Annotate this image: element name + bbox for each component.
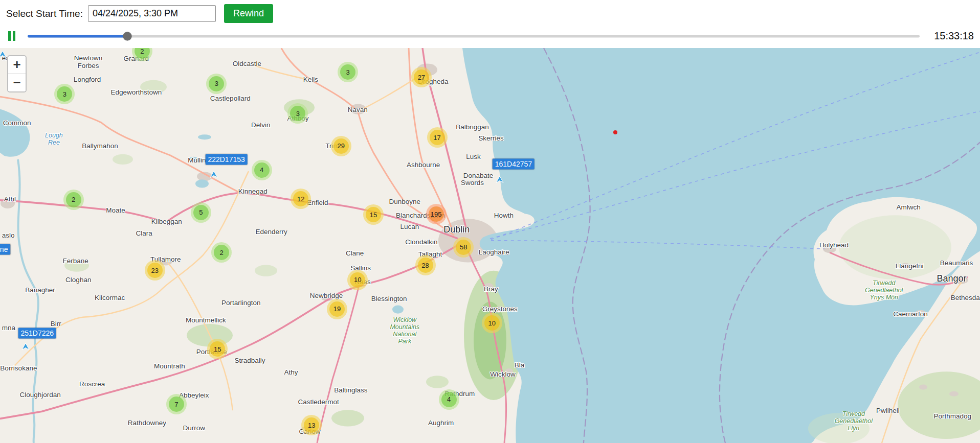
aircraft-icon[interactable] [0,51,7,58]
place-label: Common [3,119,31,127]
place-label: Newtown Forbes [74,54,103,69]
place-label: Swords [461,179,484,186]
place-label: Tirwedd Genedlaethol Llŷn [835,410,873,432]
place-label: Durrow [183,425,206,432]
slider-thumb[interactable] [123,32,132,40]
place-label: Ballymahon [82,142,118,150]
cluster-marker-7[interactable]: 7 [166,394,187,414]
place-label: Navan [348,106,368,114]
place-label: Borrisokane [0,364,37,372]
place-label: Howth [494,212,514,219]
place-label: Dunboyne [389,198,421,205]
place-label: Roscrea [79,380,105,388]
place-label: Baltinglass [334,387,367,394]
place-label: Tirwedd Genedlaethol Ynys Môn [865,279,903,301]
pause-icon [8,31,15,41]
start-time-input[interactable] [88,5,216,22]
red-dot-marker[interactable] [613,130,617,134]
cluster-marker-27[interactable]: 27 [411,67,432,87]
place-label: Ashbourne [407,161,440,169]
place-label: Longford [74,76,101,83]
place-label: Kilcormac [95,294,125,301]
cluster-marker-15[interactable]: 15 [207,339,228,359]
place-label: Clane [346,249,364,257]
slider-track[interactable] [28,35,920,37]
timeline-slider[interactable] [28,31,920,41]
zoom-out-button[interactable]: − [8,74,26,91]
pause-button[interactable] [6,29,17,43]
cluster-marker-13[interactable]: 13 [301,415,322,435]
cluster-marker-3[interactable]: 3 [338,62,358,82]
place-label: Castledermot [298,398,339,406]
place-label: Portarlington [221,299,261,307]
cluster-marker-3[interactable]: 3 [54,84,75,104]
place-label: Mountrath [154,362,185,370]
place-label: Amlwch [896,203,920,211]
cluster-marker-15[interactable]: 15 [363,204,384,225]
aircraft-label[interactable]: 251D7226 [18,328,56,339]
place-label: Athl [4,195,16,203]
place-label: Wicklow [490,371,516,379]
cluster-marker-19[interactable]: 19 [327,299,347,319]
place-label: Bla [515,362,525,369]
place-label: Bray [484,285,498,293]
place-label: Kinnegad [238,188,268,195]
place-label: Balbriggan [456,123,489,131]
place-label: Aughrim [428,419,454,427]
place-label: Dublin [443,224,470,235]
cluster-marker-2[interactable]: 2 [63,190,84,210]
place-label: Laoghaire [479,248,509,256]
place-label: Skerries [478,134,504,142]
cluster-marker-195[interactable]: 195 [426,204,447,224]
cluster-marker-2[interactable]: 2 [211,242,232,263]
zoom-in-button[interactable]: + [8,56,26,74]
cluster-marker-4[interactable]: 4 [439,389,459,410]
slider-fill [28,35,127,37]
place-label: Athy [284,368,298,376]
place-label: Edenderry [256,228,287,236]
place-label: Blessington [371,295,407,302]
cluster-marker-23[interactable]: 23 [145,260,165,281]
place-label: Lucan [400,223,419,231]
cluster-marker-58[interactable]: 58 [453,237,474,258]
place-label: Clondalkin [405,238,437,246]
aircraft-label[interactable]: 161D42757 [493,159,534,170]
place-label: Bethesda [951,294,980,301]
cluster-marker-28[interactable]: 28 [415,255,436,275]
place-label: Clara [136,229,152,237]
place-label: Holyhead [819,241,849,249]
rewind-button[interactable]: Rewind [224,4,273,23]
timeline-bar: 15:33:18 [0,26,980,48]
place-label: Stradbally [235,357,265,365]
aircraft-label[interactable]: ne [0,244,10,255]
place-label: Bangor [937,273,966,284]
place-label: Oldcastle [233,60,261,67]
place-label: Kilbeggan [151,218,182,226]
map-canvas[interactable]: estownNewtown ForbesGranardOldcastleLong… [0,48,980,443]
cluster-marker-5[interactable]: 5 [191,202,211,223]
cluster-marker-3[interactable]: 3 [287,103,308,124]
topbar: Select Start Time: Rewind [0,0,980,26]
place-label: Llangefni [896,262,924,270]
place-label: Donabate [463,172,494,179]
aircraft-icon[interactable] [210,170,218,178]
start-time-label: Select Start Time: [6,8,83,19]
place-label: Porthmadog [934,413,972,421]
place-label: Moate [106,206,125,214]
cluster-marker-29[interactable]: 29 [331,136,351,156]
cluster-marker-3[interactable]: 3 [206,74,227,94]
place-label: Rathdowney [128,419,166,427]
cluster-marker-17[interactable]: 17 [427,127,448,148]
cluster-marker-10[interactable]: 10 [482,313,502,333]
cluster-marker-12[interactable]: 12 [291,189,311,209]
aircraft-icon[interactable] [21,343,30,351]
place-label: Castlepollard [210,95,251,102]
aircraft-icon[interactable] [496,175,504,183]
current-time: 15:33:18 [931,30,974,42]
place-label: Greystones [482,305,518,313]
place-label: Birr [51,320,61,328]
cluster-marker-4[interactable]: 4 [252,160,272,180]
aircraft-label[interactable]: 222D17153 [205,154,247,165]
place-label: Lough Ree [45,132,63,146]
cluster-marker-10[interactable]: 10 [347,270,368,290]
